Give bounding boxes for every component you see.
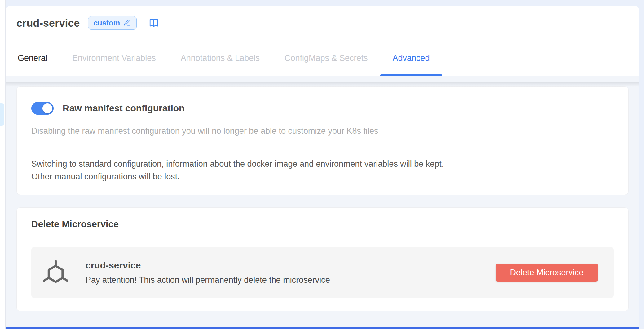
- tab-general[interactable]: General: [18, 40, 47, 76]
- tab-bar: General Environment Variables Annotation…: [6, 40, 639, 76]
- footer-accent-bar: [6, 327, 639, 329]
- tab-annotations-labels[interactable]: Annotations & Labels: [181, 40, 260, 76]
- delete-danger-box: crud-service Pay attention! This action …: [31, 247, 614, 298]
- toggle-knob: [42, 103, 52, 113]
- sidebar-active-item-indicator[interactable]: [0, 103, 4, 126]
- page-title: crud-service: [16, 17, 80, 29]
- service-type-badge-label: custom: [94, 19, 120, 27]
- service-type-badge[interactable]: custom: [88, 16, 137, 30]
- raw-manifest-title: Raw manifest configuration: [63, 103, 184, 114]
- tab-configmaps-secrets[interactable]: ConfigMaps & Secrets: [285, 40, 368, 76]
- tab-advanced[interactable]: Advanced: [393, 40, 430, 76]
- page-header: crud-service custom: [6, 6, 639, 40]
- main-panel: crud-service custom General Environment …: [6, 6, 639, 329]
- body-note-line2: Other manual configurations will be lost…: [31, 170, 614, 183]
- body-note-line1: Switching to standard configuration, inf…: [31, 158, 614, 170]
- delete-warning-text: Pay attention! This action will permanen…: [86, 275, 330, 285]
- delete-microservice-button[interactable]: Delete Microservice: [496, 264, 598, 282]
- raw-manifest-muted-note: Disabling the raw manifest configuration…: [31, 126, 614, 136]
- advanced-tab-content: Raw manifest configuration Disabling the…: [6, 76, 639, 311]
- open-book-icon[interactable]: [148, 17, 159, 29]
- tab-environment-variables[interactable]: Environment Variables: [72, 40, 156, 76]
- microservice-hexagon-icon: [41, 258, 70, 287]
- collapsed-sidebar: [0, 0, 6, 329]
- pencil-edit-icon: [123, 19, 131, 27]
- delete-section-title: Delete Microservice: [31, 219, 614, 229]
- delete-microservice-card: Delete Microservice crud-service Pay att…: [16, 207, 629, 311]
- delete-service-name: crud-service: [86, 260, 330, 271]
- raw-manifest-body-note: Switching to standard configuration, inf…: [31, 158, 614, 183]
- raw-manifest-card: Raw manifest configuration Disabling the…: [16, 86, 629, 195]
- raw-manifest-toggle[interactable]: [31, 102, 54, 115]
